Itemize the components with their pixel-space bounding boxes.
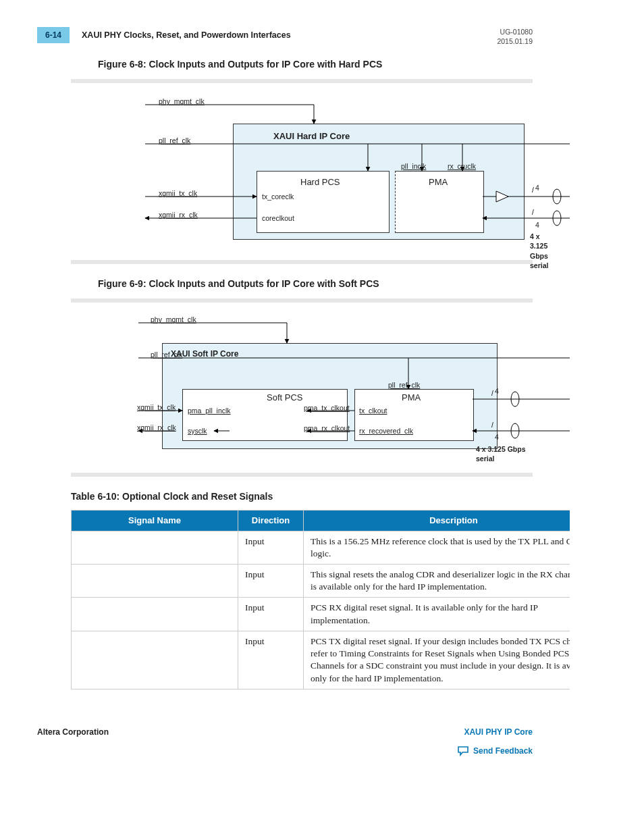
lbl-coreclkout: coreclkout [262, 213, 294, 223]
th-description: Description [304, 511, 570, 531]
lbl-tx-coreclk: tx_coreclk [262, 192, 294, 201]
svg-text:/: / [532, 186, 534, 194]
lbl2-four-a: 4 [495, 386, 499, 396]
lbl2-phy-mgmt-clk: phy_mgmt_clk [151, 315, 196, 324]
lbl-core: XAUI Hard IP Core [273, 130, 350, 142]
lbl2-xgmii-rx-clk: xgmii_rx_clk [137, 423, 176, 432]
lbl-serial: 4 x 3.125 Gbps serial [530, 232, 548, 270]
lbl-four-b: 4 [535, 220, 539, 230]
table-row: Input PCS TX digital reset signal. If yo… [72, 631, 570, 689]
speech-bubble-icon [457, 746, 469, 756]
lbl-pll-inclk: pll_inclk [401, 161, 426, 171]
lbl-xgmii-rx-clk: xgmii_rx_clk [159, 210, 198, 219]
svg-point-13 [553, 189, 561, 204]
page-number-badge: 6-14 [37, 27, 70, 43]
page-footer: Altera Corporation XAUI PHY IP Core Send… [37, 727, 533, 759]
lbl-rx-cruclk: rx_cruclk [448, 161, 476, 171]
lbl-pma: PMA [429, 176, 448, 188]
lbl2-tx-clkout: tx_clkout [359, 406, 387, 415]
doc-date: 2015.01.19 [497, 36, 533, 46]
lbl2-four-b: 4 [495, 432, 499, 442]
figure-6-8-title: Figure 6-8: Clock Inputs and Outputs for… [98, 58, 533, 71]
divider [71, 473, 533, 477]
page-header: 6-14 XAUI PHY Clocks, Reset, and Powerdo… [37, 27, 533, 46]
lbl2-soft-pcs: Soft PCS [267, 392, 302, 404]
table-row: Input PCS RX digital reset signal. It is… [72, 598, 570, 631]
figure-6-9-title: Figure 6-9: Clock Inputs and Outputs for… [98, 278, 533, 290]
lbl2-sysclk: sysclk [188, 426, 207, 436]
svg-text:/: / [532, 209, 534, 216]
lbl2-pma: PMA [402, 392, 421, 404]
lbl-phy-mgmt-clk: phy_mgmt_clk [159, 97, 205, 106]
doc-reference: UG-01080 [497, 27, 533, 36]
lbl2-pma-tx-clkout: pma_tx_clkout [304, 403, 350, 413]
table-6-10-title: Table 6-10: Optional Clock and Reset Sig… [71, 490, 533, 503]
footer-link-ipcore[interactable]: XAUI PHY IP Core [457, 727, 533, 737]
lbl2-pma-rx-clkout: pma_rx_clkout [304, 423, 350, 433]
lbl2-rx-recovered-clk: rx_recovered_clk [359, 426, 413, 436]
th-direction: Direction [238, 511, 304, 531]
figure-6-9-diagram: / / phy_mgmt_clk pll_ref_clk xgmii_tx_cl… [71, 316, 533, 465]
send-feedback-link[interactable]: Send Feedback [457, 746, 533, 756]
divider [71, 298, 533, 303]
svg-point-26 [511, 392, 519, 407]
svg-point-29 [511, 423, 519, 438]
signals-table: Signal Name Direction Description Input … [71, 510, 570, 689]
lbl-four-a: 4 [535, 183, 539, 192]
divider [71, 260, 533, 264]
lbl2-core: XAUI Soft IP Core [171, 348, 238, 359]
table-row: Input This is a 156.25 MHz reference clo… [72, 531, 570, 564]
th-signal-name: Signal Name [72, 511, 238, 531]
divider [71, 79, 533, 83]
lbl2-xgmii-tx-clk: xgmii_tx_clk [137, 402, 176, 412]
lbl-pll-ref-clk: pll_ref_clk [159, 136, 190, 145]
footer-company: Altera Corporation [37, 727, 109, 737]
lbl-xgmii-tx-clk: xgmii_tx_clk [159, 188, 197, 198]
lbl-hard-pcs: Hard PCS [300, 176, 340, 188]
svg-point-14 [553, 211, 561, 226]
table-row: Input This signal resets the analog CDR … [72, 565, 570, 598]
lbl2-serial: 4 x 3.125 Gbps serial [476, 444, 533, 463]
lbl2-pll-ref-clk-2: pll_ref_clk [388, 380, 420, 390]
figure-6-8-diagram: / / phy_mgmt_clk pll_ref_clk xgmii_tx_cl… [71, 97, 533, 252]
lbl2-pma-pll-inclk: pma_pll_inclk [188, 406, 231, 415]
section-title: XAUI PHY Clocks, Reset, and Powerdown In… [82, 30, 291, 41]
